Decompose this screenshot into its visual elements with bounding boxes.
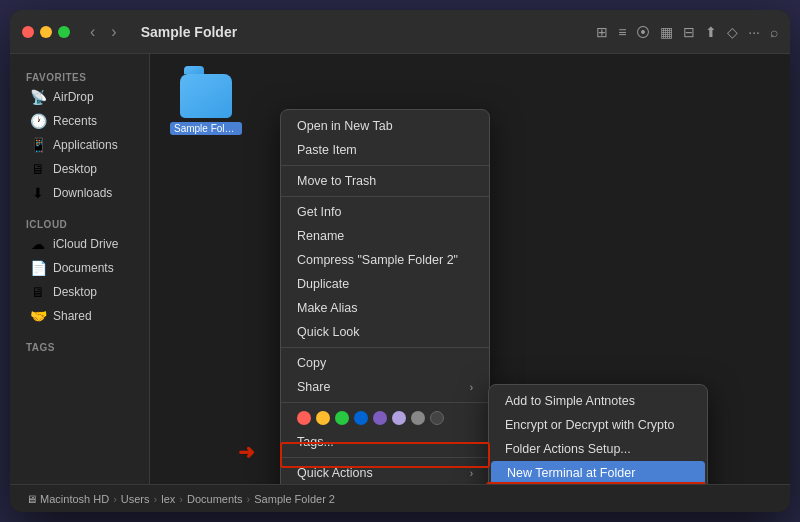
sidebar-label-shared: Shared [53, 309, 92, 323]
breadcrumb-lex: lex [161, 493, 175, 505]
ctx-sep-5 [281, 457, 489, 458]
icon-more[interactable]: ··· [748, 24, 760, 40]
folder-item[interactable]: Sample Folder [170, 74, 242, 135]
back-button[interactable]: ‹ [86, 21, 99, 43]
folder-icon [180, 74, 232, 118]
ctx-sep-3 [281, 347, 489, 348]
quick-actions-arrow: › [470, 468, 473, 479]
statusbar: 🖥 Macintosh HD › Users › lex › Documents… [10, 484, 790, 512]
finder-window: ‹ › Sample Folder ⊞ ≡ ⦿ ▦ ⊟ ⬆ ◇ ··· ⌕ Fa… [10, 10, 790, 512]
breadcrumb-current: Sample Folder 2 [254, 493, 335, 505]
titlebar: ‹ › Sample Folder ⊞ ≡ ⦿ ▦ ⊟ ⬆ ◇ ··· ⌕ [10, 10, 790, 54]
icloud-desktop-icon: 🖥 [30, 284, 46, 300]
ctx-open-new-tab[interactable]: Open in New Tab [281, 114, 489, 138]
color-dot-lavender[interactable] [392, 411, 406, 425]
content-area: Favorites 📡 AirDrop 🕐 Recents 📱 Applicat… [10, 54, 790, 484]
icon-grid[interactable]: ⊞ [596, 24, 608, 40]
sidebar-item-airdrop[interactable]: 📡 AirDrop [14, 85, 145, 109]
sidebar-item-icloud-desktop[interactable]: 🖥 Desktop [14, 280, 145, 304]
breadcrumb-hd: 🖥 Macintosh HD [26, 493, 109, 505]
sidebar-item-desktop[interactable]: 🖥 Desktop [14, 157, 145, 181]
share-arrow: › [470, 382, 473, 393]
color-dot-yellow[interactable] [316, 411, 330, 425]
ctx-compress[interactable]: Compress "Sample Folder 2" [281, 248, 489, 272]
sidebar-label-applications: Applications [53, 138, 118, 152]
sidebar-item-recents[interactable]: 🕐 Recents [14, 109, 145, 133]
sidebar-item-icloud-drive[interactable]: ☁ iCloud Drive [14, 232, 145, 256]
recents-icon: 🕐 [30, 113, 46, 129]
icon-group[interactable]: ⊟ [683, 24, 695, 40]
icon-tag[interactable]: ◇ [727, 24, 738, 40]
downloads-icon: ⬇ [30, 185, 46, 201]
desktop-icon: 🖥 [30, 161, 46, 177]
sidebar-label-documents: Documents [53, 261, 114, 275]
sidebar-label-recents: Recents [53, 114, 97, 128]
documents-icon: 📄 [30, 260, 46, 276]
svc-simple-antnotes[interactable]: Add to Simple Antnotes [489, 389, 707, 413]
sidebar-item-shared[interactable]: 🤝 Shared [14, 304, 145, 328]
svc-new-terminal[interactable]: New Terminal at Folder [491, 461, 705, 484]
icloud-icon: ☁ [30, 236, 46, 252]
forward-button[interactable]: › [107, 21, 120, 43]
sidebar-label-icloud-desktop: Desktop [53, 285, 97, 299]
ctx-sep-4 [281, 402, 489, 403]
ctx-quick-look[interactable]: Quick Look [281, 320, 489, 344]
color-dot-none[interactable] [430, 411, 444, 425]
close-button[interactable] [22, 26, 34, 38]
context-menu: Open in New Tab Paste Item Move to Trash… [280, 109, 490, 484]
icon-columns[interactable]: ⦿ [636, 24, 650, 40]
sidebar-label-desktop: Desktop [53, 162, 97, 176]
shared-icon: 🤝 [30, 308, 46, 324]
icon-list[interactable]: ≡ [618, 24, 626, 40]
breadcrumb-users: Users [121, 493, 150, 505]
applications-icon: 📱 [30, 137, 46, 153]
ctx-sep-2 [281, 196, 489, 197]
color-dot-purple[interactable] [373, 411, 387, 425]
ctx-quick-actions[interactable]: Quick Actions › [281, 461, 489, 484]
ctx-rename[interactable]: Rename [281, 224, 489, 248]
sidebar-label-airdrop: AirDrop [53, 90, 94, 104]
arrow-services: ➜ [238, 440, 255, 464]
color-dot-gray[interactable] [411, 411, 425, 425]
svc-folder-actions[interactable]: Folder Actions Setup... [489, 437, 707, 461]
ctx-paste-item[interactable]: Paste Item [281, 138, 489, 162]
color-dot-red[interactable] [297, 411, 311, 425]
color-dot-blue[interactable] [354, 411, 368, 425]
ctx-tags[interactable]: Tags... [281, 430, 489, 454]
breadcrumb-documents: Documents [187, 493, 243, 505]
traffic-lights [22, 26, 70, 38]
ctx-get-info[interactable]: Get Info [281, 200, 489, 224]
services-submenu: Add to Simple Antnotes Encrypt or Decryp… [488, 384, 708, 484]
file-area: Sample Folder Open in New Tab Paste Item… [150, 54, 790, 484]
zoom-button[interactable] [58, 26, 70, 38]
icon-share[interactable]: ⬆ [705, 24, 717, 40]
sidebar-item-downloads[interactable]: ⬇ Downloads [14, 181, 145, 205]
sidebar-item-applications[interactable]: 📱 Applications [14, 133, 145, 157]
ctx-move-trash[interactable]: Move to Trash [281, 169, 489, 193]
ctx-copy[interactable]: Copy [281, 351, 489, 375]
breadcrumb: 🖥 Macintosh HD › Users › lex › Documents… [26, 493, 335, 505]
color-dot-green[interactable] [335, 411, 349, 425]
ctx-make-alias[interactable]: Make Alias [281, 296, 489, 320]
sidebar: Favorites 📡 AirDrop 🕐 Recents 📱 Applicat… [10, 54, 150, 484]
sidebar-label-icloud: iCloud Drive [53, 237, 118, 251]
airdrop-icon: 📡 [30, 89, 46, 105]
icon-gallery[interactable]: ▦ [660, 24, 673, 40]
window-title: Sample Folder [141, 24, 237, 40]
sidebar-label-downloads: Downloads [53, 186, 112, 200]
ctx-share[interactable]: Share › [281, 375, 489, 399]
ctx-sep-1 [281, 165, 489, 166]
tags-label: Tags [10, 336, 149, 355]
search-icon[interactable]: ⌕ [770, 24, 778, 40]
toolbar-right: ⊞ ≡ ⦿ ▦ ⊟ ⬆ ◇ ··· ⌕ [596, 24, 778, 40]
sidebar-item-documents[interactable]: 📄 Documents [14, 256, 145, 280]
color-dots-row [281, 406, 489, 430]
svc-encrypt-decrypt[interactable]: Encrypt or Decrypt with Crypto [489, 413, 707, 437]
folder-label: Sample Folder [170, 122, 242, 135]
minimize-button[interactable] [40, 26, 52, 38]
icloud-label: iCloud [10, 213, 149, 232]
favorites-label: Favorites [10, 66, 149, 85]
ctx-duplicate[interactable]: Duplicate [281, 272, 489, 296]
